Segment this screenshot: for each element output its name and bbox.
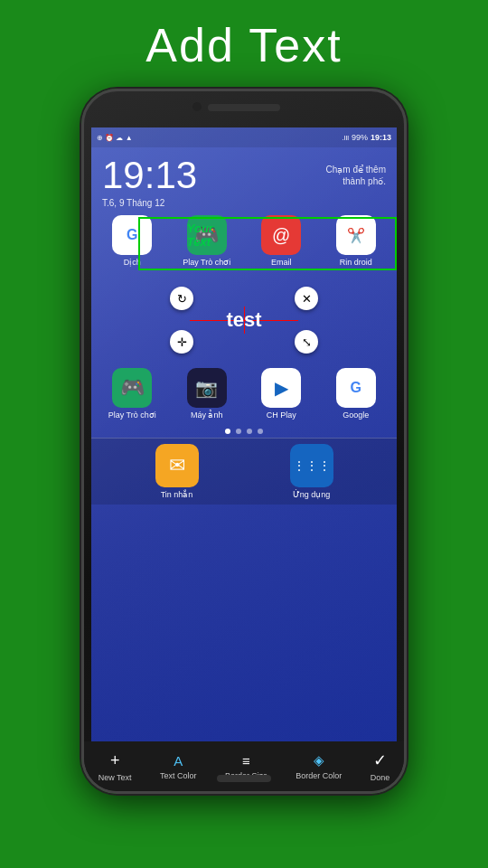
clock-left: 19:13 T.6, 9 Tháng 12 xyxy=(102,156,197,208)
dot-4 xyxy=(258,429,263,434)
app-icon-email[interactable]: @ xyxy=(261,215,301,255)
phone-speaker xyxy=(208,104,280,111)
dock-label-apps: Ứng dụng xyxy=(293,490,331,499)
done-icon: ✓ xyxy=(373,750,387,770)
new-text-label: New Text xyxy=(99,773,132,782)
clock-date: T.6, 9 Tháng 12 xyxy=(102,198,197,208)
list-item[interactable]: @ Email xyxy=(250,215,312,267)
dock-label-messages: Tin nhắn xyxy=(161,490,193,499)
list-item[interactable]: ▶ CH Play xyxy=(250,368,312,420)
apps-row2: 🎮 Play Trò chơi 📷 Máy ảnh ▶ CH Play xyxy=(95,368,393,420)
dock-messages[interactable]: ✉ Tin nhắn xyxy=(155,444,199,499)
apps-area: 🎮 Play Trò chơi 📷 Máy ảnh ▶ CH Play xyxy=(91,368,397,425)
border-color-icon: ◈ xyxy=(314,752,324,769)
list-item[interactable]: 📷 Máy ảnh xyxy=(176,368,238,420)
app-label: Máy ảnh xyxy=(191,410,223,420)
dot-3 xyxy=(247,429,252,434)
list-item[interactable]: 🎮 Play Trò chơi xyxy=(101,368,163,420)
test-text: test xyxy=(226,308,261,332)
page-dots xyxy=(91,429,397,434)
phone-screen: ⊕ ⏰ ☁ ▲ .lll 99% 19:13 19:13 T.6, 9 Thán… xyxy=(91,127,397,741)
app-label: Dịch xyxy=(124,258,141,267)
toolbar-text-color[interactable]: A Text Color xyxy=(160,753,197,780)
app-icon-translate[interactable]: G xyxy=(112,215,152,255)
resize-button[interactable]: ⤡ xyxy=(295,330,318,354)
dock-area: ✉ Tin nhắn ⋮⋮⋮ Ứng dụng xyxy=(91,438,397,505)
app-icon-rindroid[interactable]: ✂️ xyxy=(336,215,376,255)
phone-home-button[interactable] xyxy=(217,775,271,782)
app-icon-game2[interactable]: 🎮 xyxy=(112,368,152,408)
app-icon-chplay[interactable]: ▶ xyxy=(261,368,301,408)
page-title: Add Text xyxy=(145,18,342,72)
app-icon-camera[interactable]: 📷 xyxy=(187,368,227,408)
toolbar-border-color[interactable]: ◈ Border Color xyxy=(296,752,342,780)
status-icons-left: ⊕ ⏰ ☁ ▲ xyxy=(97,134,133,142)
app-icon-google[interactable]: G xyxy=(336,368,376,408)
screen-inner: ⊕ ⏰ ☁ ▲ .lll 99% 19:13 19:13 T.6, 9 Thán… xyxy=(91,127,397,741)
border-size-icon: ≡ xyxy=(242,753,250,769)
text-color-icon: A xyxy=(174,753,183,769)
rotate-button[interactable]: ↻ xyxy=(170,287,193,310)
toolbar-done[interactable]: ✓ Done xyxy=(371,750,390,782)
app-label: CH Play xyxy=(267,410,296,420)
phone-container: ⊕ ⏰ ☁ ▲ .lll 99% 19:13 19:13 T.6, 9 Thán… xyxy=(81,89,407,794)
status-left: ⊕ ⏰ ☁ ▲ xyxy=(97,134,133,142)
list-item[interactable]: 🎮 Your Text Play Trò chơi xyxy=(176,215,238,267)
app-label: Play Trò chơi xyxy=(183,258,230,267)
status-bar: ⊕ ⏰ ☁ ▲ .lll 99% 19:13 xyxy=(91,127,397,147)
battery-text: 99% xyxy=(352,133,368,142)
phone-camera xyxy=(192,102,202,111)
list-item[interactable]: G Dịch xyxy=(101,215,163,267)
status-time: 19:13 xyxy=(371,133,391,142)
dot-1 xyxy=(225,429,230,434)
border-color-label: Border Color xyxy=(296,771,342,780)
dock-icon-apps[interactable]: ⋮⋮⋮ xyxy=(290,444,333,487)
text-color-label: Text Color xyxy=(160,771,197,780)
app-icon-game[interactable]: 🎮 Your Text xyxy=(187,215,227,255)
dock-icon-messages[interactable]: ✉ xyxy=(155,444,199,487)
dock-apps[interactable]: ⋮⋮⋮ Ứng dụng xyxy=(290,444,333,499)
app-label: Email xyxy=(271,258,292,267)
plus-icon: + xyxy=(110,751,120,770)
phone-body: ⊕ ⏰ ☁ ▲ .lll 99% 19:13 19:13 T.6, 9 Thán… xyxy=(81,89,407,794)
list-item[interactable]: ✂️ Rin droid xyxy=(325,215,387,267)
app-label: Play Trò chơi xyxy=(108,410,156,420)
apps-row1: G Dịch 🎮 Your Text Play Trò chơi @ xyxy=(95,215,393,267)
app-label: Rin droid xyxy=(340,258,372,267)
move-button[interactable]: ✛ xyxy=(170,330,193,354)
clock-time: 19:13 xyxy=(102,156,197,194)
text-control-area: test ↻ ✕ ✛ ⤡ xyxy=(163,279,325,361)
bottom-toolbar: + New Text A Text Color ≡ Border Size ◈ … xyxy=(84,741,404,791)
close-button[interactable]: ✕ xyxy=(295,287,318,310)
toolbar-new-text[interactable]: + New Text xyxy=(99,751,132,782)
done-label: Done xyxy=(371,773,390,782)
app-label: Google xyxy=(343,410,369,420)
signal-icon: .lll xyxy=(342,134,349,142)
clock-right-text: Chạm để thêm thành phố. xyxy=(305,164,386,187)
clock-area: 19:13 T.6, 9 Tháng 12 Chạm để thêm thành… xyxy=(91,147,397,213)
list-item[interactable]: G Google xyxy=(325,368,387,420)
status-right: .lll 99% 19:13 xyxy=(342,133,391,142)
apps-row1-area: G Dịch 🎮 Your Text Play Trò chơi @ xyxy=(91,215,397,272)
dot-2 xyxy=(236,429,241,434)
